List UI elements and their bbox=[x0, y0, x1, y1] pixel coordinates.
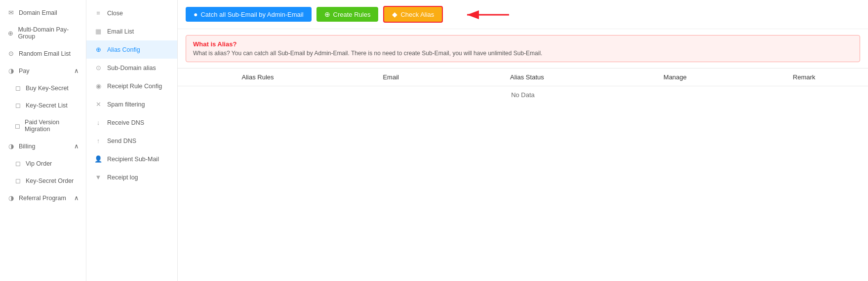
domain-email-icon: ✉ bbox=[7, 9, 15, 16]
recipient-sub-mail-icon: 👤 bbox=[94, 155, 102, 163]
table-row-no-data: No Data bbox=[178, 86, 868, 104]
vip-order-icon: ◻ bbox=[14, 160, 22, 167]
table-container: Alias Rules Email Alias Status Manage Re… bbox=[178, 68, 868, 104]
receive-dns-icon: ↓ bbox=[94, 119, 102, 126]
sidebar-item-paid-version-migration[interactable]: ◻ Paid Version Migration bbox=[0, 114, 86, 138]
sidebar-item-vip-order[interactable]: ◻ Vip Order bbox=[0, 155, 86, 172]
sub-sidebar-item-send-dns[interactable]: ↑ Send DNS bbox=[86, 132, 177, 150]
sub-sidebar-item-alias-config[interactable]: ⊕ Alias Config bbox=[86, 40, 177, 59]
sidebar-item-key-secret-order[interactable]: ◻ Key-Secret Order bbox=[0, 172, 86, 189]
sub-sidebar-item-receipt-rule-config[interactable]: ◉ Receipt Rule Config bbox=[86, 77, 177, 95]
toolbar: ● Catch all Sub-Email by Admin-Email ⊕ C… bbox=[178, 0, 868, 29]
sidebar-item-key-secret-list[interactable]: ◻ Key-Secret List bbox=[0, 97, 86, 114]
col-manage: Manage bbox=[610, 69, 740, 86]
sub-sidebar-item-sub-domain-alias[interactable]: ⊙ Sub-Domain alias bbox=[86, 59, 177, 77]
paid-version-icon: ◻ bbox=[14, 122, 21, 130]
receipt-rule-icon: ◉ bbox=[94, 82, 102, 90]
multi-domain-icon: ⊕ bbox=[7, 30, 14, 37]
alias-table: Alias Rules Email Alias Status Manage Re… bbox=[178, 68, 868, 104]
key-secret-order-icon: ◻ bbox=[14, 177, 22, 184]
email-list-icon: ▦ bbox=[94, 28, 102, 35]
check-alias-wrapper: ◆ Check Alias bbox=[383, 6, 443, 23]
close-menu-icon: ≡ bbox=[94, 9, 102, 17]
sidebar-item-multi-domain[interactable]: ⊕ Multi-Domain Pay-Group bbox=[0, 21, 86, 45]
main-content: ● Catch all Sub-Email by Admin-Email ⊕ C… bbox=[178, 0, 868, 281]
buy-key-secret-icon: ◻ bbox=[14, 84, 22, 92]
create-rules-icon: ⊕ bbox=[324, 10, 330, 18]
billing-chevron-icon: ∧ bbox=[74, 142, 79, 150]
referral-chevron-icon: ∧ bbox=[74, 194, 79, 202]
sidebar-item-random-email[interactable]: ⊙ Random Email List bbox=[0, 45, 86, 62]
check-alias-icon: ◆ bbox=[392, 10, 397, 18]
arrow-svg bbox=[462, 4, 512, 26]
info-box-description: What is alias? You can catch all Sub-Ema… bbox=[193, 50, 853, 57]
sidebar-item-billing[interactable]: ◑ Billing ∧ bbox=[0, 138, 86, 155]
billing-icon: ◑ bbox=[7, 142, 15, 150]
sidebar-item-buy-key-secret[interactable]: ◻ Buy Key-Secret bbox=[0, 79, 86, 97]
receipt-log-icon: ▼ bbox=[94, 174, 102, 181]
catch-all-icon: ● bbox=[194, 10, 197, 18]
random-email-icon: ⊙ bbox=[7, 50, 15, 57]
left-sidebar: ✉ Domain Email ⊕ Multi-Domain Pay-Group … bbox=[0, 0, 86, 281]
pay-icon: ◑ bbox=[7, 67, 15, 74]
sidebar-item-pay[interactable]: ◑ Pay ∧ bbox=[0, 62, 86, 79]
info-box-title: What is Alias? bbox=[193, 40, 853, 48]
col-alias-rules: Alias Rules bbox=[178, 69, 338, 86]
key-secret-list-icon: ◻ bbox=[14, 102, 22, 109]
send-dns-icon: ↑ bbox=[94, 137, 102, 144]
sub-sidebar-item-close[interactable]: ≡ Close bbox=[86, 4, 177, 22]
sub-sidebar-item-spam-filtering[interactable]: ✕ Spam filtering bbox=[86, 95, 177, 113]
referral-icon: ◑ bbox=[7, 194, 15, 202]
sidebar-item-domain-email[interactable]: ✉ Domain Email bbox=[0, 4, 86, 21]
sub-domain-alias-icon: ⊙ bbox=[94, 64, 102, 71]
alias-info-box: What is Alias? What is alias? You can ca… bbox=[186, 35, 860, 62]
no-data-cell: No Data bbox=[178, 86, 868, 104]
sub-sidebar-item-receive-dns[interactable]: ↓ Receive DNS bbox=[86, 113, 177, 132]
pay-chevron-icon: ∧ bbox=[74, 67, 79, 74]
sub-sidebar-item-receipt-log[interactable]: ▼ Receipt log bbox=[86, 168, 177, 186]
col-email: Email bbox=[338, 69, 444, 86]
arrow-annotation bbox=[462, 4, 512, 28]
alias-config-icon: ⊕ bbox=[94, 46, 102, 53]
sub-sidebar-item-email-list[interactable]: ▦ Email List bbox=[86, 22, 177, 40]
create-rules-button[interactable]: ⊕ Create Rules bbox=[316, 7, 379, 22]
sub-sidebar: ≡ Close ▦ Email List ⊕ Alias Config ⊙ Su… bbox=[86, 0, 178, 281]
col-remark: Remark bbox=[740, 69, 868, 86]
spam-filtering-icon: ✕ bbox=[94, 101, 102, 108]
sub-sidebar-item-recipient-sub-mail[interactable]: 👤 Recipient Sub-Mail bbox=[86, 150, 177, 168]
sidebar-item-referral-program[interactable]: ◑ Referral Program ∧ bbox=[0, 189, 86, 207]
col-alias-status: Alias Status bbox=[444, 69, 610, 86]
catch-all-button[interactable]: ● Catch all Sub-Email by Admin-Email bbox=[186, 7, 312, 22]
check-alias-button[interactable]: ◆ Check Alias bbox=[383, 6, 443, 23]
